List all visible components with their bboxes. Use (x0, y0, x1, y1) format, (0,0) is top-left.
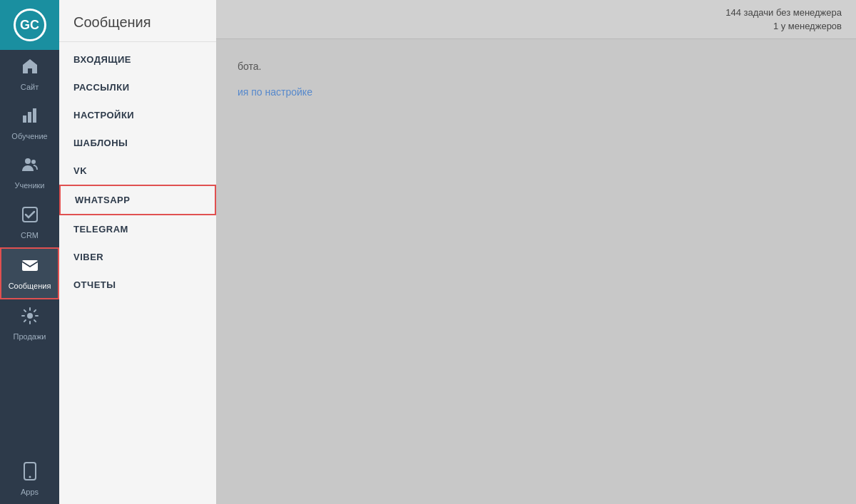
content-area: бота. ия по настройке (216, 39, 856, 504)
sidebar-item-sales-label: Продажи (14, 332, 46, 341)
submenu-item-settings[interactable]: НАСТРОЙКИ (59, 101, 216, 129)
submenu-item-mailings[interactable]: РАССЫЛКИ (59, 73, 216, 101)
submenu-item-reports[interactable]: ОТЧЕТЫ (59, 271, 216, 299)
sidebar: GC Сайт Обучение У (0, 0, 59, 504)
gear-icon (21, 307, 39, 329)
setup-link[interactable]: ия по настройке (238, 86, 835, 98)
top-bar-info: 144 задачи без менеджера 1 у менеджеров (725, 6, 842, 34)
tasks-no-manager: 144 задачи без менеджера (725, 6, 842, 20)
svg-rect-0 (23, 115, 26, 123)
users-icon (21, 155, 39, 178)
svg-point-4 (31, 160, 36, 164)
svg-rect-2 (33, 108, 36, 123)
tasks-with-managers: 1 у менеджеров (725, 19, 842, 34)
svg-point-7 (27, 313, 33, 319)
check-icon (21, 205, 39, 228)
submenu-title: Сообщения (59, 0, 216, 42)
submenu-items: ВХОДЯЩИЕ РАССЫЛКИ НАСТРОЙКИ ШАБЛОНЫ VK W… (59, 42, 216, 299)
logo-circle: GC (14, 9, 46, 41)
submenu-item-viber[interactable]: VIBER (59, 243, 216, 271)
sidebar-item-sales[interactable]: Продажи (0, 299, 59, 349)
main-content: 144 задачи без менеджера 1 у менеджеров … (216, 0, 856, 504)
submenu-item-telegram[interactable]: TELEGRAM (59, 215, 216, 243)
logo-text: GC (20, 18, 39, 33)
submenu-item-vk[interactable]: VK (59, 157, 216, 185)
svg-rect-1 (28, 112, 31, 123)
sidebar-item-students-label: Ученики (14, 181, 44, 190)
top-bar: 144 задачи без менеджера 1 у менеджеров (216, 0, 856, 39)
submenu-item-whatsapp[interactable]: WHATSAPP (59, 185, 216, 215)
sidebar-item-students[interactable]: Ученики (0, 148, 59, 197)
submenu-panel: Сообщения ВХОДЯЩИЕ РАССЫЛКИ НАСТРОЙКИ ША… (59, 0, 216, 504)
mail-icon (21, 256, 39, 279)
sidebar-item-crm-label: CRM (21, 231, 39, 240)
house-icon (21, 57, 39, 80)
notification-text: бота. (238, 61, 835, 72)
svg-point-3 (25, 158, 31, 164)
phone-icon (22, 462, 38, 485)
svg-rect-6 (22, 260, 38, 271)
submenu-item-inbox[interactable]: ВХОДЯЩИЕ (59, 46, 216, 73)
submenu-item-templates[interactable]: ШАБЛОНЫ (59, 129, 216, 157)
sidebar-item-messages[interactable]: Сообщения (0, 247, 59, 299)
logo: GC (0, 0, 59, 50)
svg-point-9 (29, 475, 31, 478)
sidebar-item-site[interactable]: Сайт (0, 50, 59, 99)
sidebar-item-apps[interactable]: Apps (0, 455, 59, 504)
sidebar-item-learning-label: Обучение (11, 132, 47, 141)
sidebar-item-apps-label: Apps (21, 488, 39, 497)
sidebar-item-messages-label: Сообщения (9, 282, 51, 291)
sidebar-item-crm[interactable]: CRM (0, 198, 59, 247)
sidebar-item-learning[interactable]: Обучение (0, 99, 59, 148)
chart-icon (21, 106, 39, 129)
sidebar-item-site-label: Сайт (21, 83, 39, 92)
